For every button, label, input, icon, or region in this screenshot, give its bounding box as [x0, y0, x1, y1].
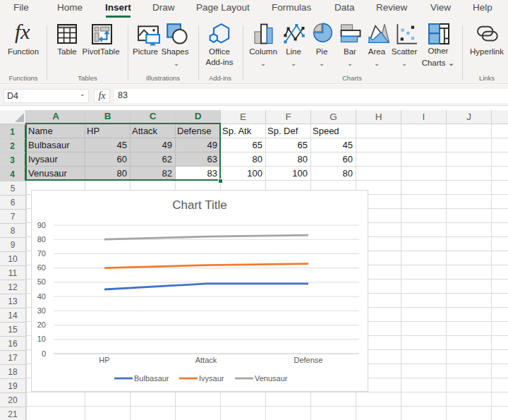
svg-text:40: 40 [37, 292, 46, 301]
svg-text:0: 0 [42, 349, 46, 358]
svg-text:10: 10 [37, 335, 46, 343]
svg-text:HP: HP [99, 356, 109, 364]
svg-text:Venusaur: Venusaur [255, 374, 288, 383]
svg-text:20: 20 [37, 320, 46, 329]
svg-text:60: 60 [37, 263, 46, 272]
svg-text:Defense: Defense [294, 356, 323, 364]
svg-text:Chart Title: Chart Title [172, 198, 226, 212]
svg-text:80: 80 [37, 235, 46, 244]
svg-text:90: 90 [37, 221, 46, 229]
svg-text:50: 50 [37, 277, 46, 286]
svg-text:30: 30 [37, 306, 46, 315]
svg-text:Bulbasaur: Bulbasaur [134, 374, 169, 383]
svg-text:70: 70 [37, 249, 46, 258]
svg-text:Ivysaur: Ivysaur [199, 374, 224, 383]
svg-text:Attack: Attack [195, 356, 217, 364]
